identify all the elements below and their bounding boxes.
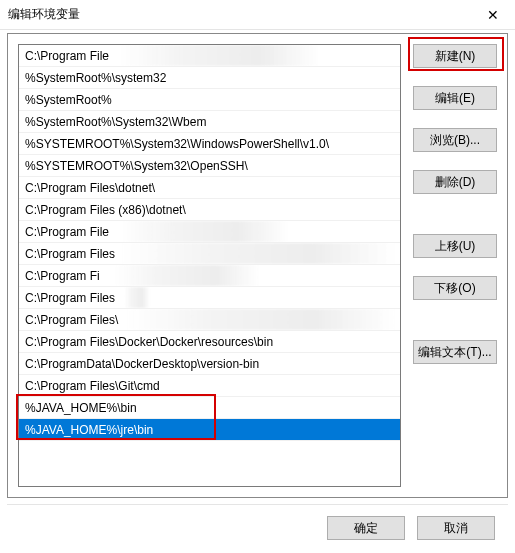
edit-button[interactable]: 编辑(E) bbox=[413, 86, 497, 110]
content-frame: C:\Program File%SystemRoot%\system32%Sys… bbox=[7, 33, 508, 498]
path-list-item-text: C:\Program Files\ bbox=[25, 313, 118, 327]
path-list-item-text: C:\Program Files (x86)\dotnet\ bbox=[25, 203, 186, 217]
redaction-mask bbox=[124, 287, 150, 308]
path-list-item[interactable]: C:\Program Files (x86)\dotnet\ bbox=[19, 199, 400, 221]
window-title: 编辑环境变量 bbox=[8, 6, 80, 23]
path-list-item[interactable]: C:\Program Fi bbox=[19, 265, 400, 287]
title-bar: 编辑环境变量 ✕ bbox=[0, 0, 515, 30]
redaction-mask bbox=[127, 309, 395, 330]
path-list-item[interactable]: C:\Program Files bbox=[19, 287, 400, 309]
redaction-mask bbox=[114, 265, 260, 286]
path-list-item-text: C:\Program Files bbox=[25, 247, 115, 261]
path-list-item-text: C:\Program Files\Docker\Docker\resources… bbox=[25, 335, 273, 349]
footer-buttons: 确定 取消 bbox=[327, 516, 495, 540]
path-list-item-text: %SystemRoot%\System32\Wbem bbox=[25, 115, 206, 129]
path-list-item[interactable]: %SystemRoot% bbox=[19, 89, 400, 111]
path-list-item[interactable]: C:\Program Files\ bbox=[19, 309, 400, 331]
ok-button[interactable]: 确定 bbox=[327, 516, 405, 540]
footer-separator bbox=[7, 504, 508, 505]
path-list-item[interactable]: C:\Program Files\dotnet\ bbox=[19, 177, 400, 199]
path-list-item[interactable]: C:\Program Files\Docker\Docker\resources… bbox=[19, 331, 400, 353]
path-list-item[interactable]: %SystemRoot%\system32 bbox=[19, 67, 400, 89]
path-list-item-text: C:\Program Files\Git\cmd bbox=[25, 379, 160, 393]
path-list-item[interactable]: C:\ProgramData\DockerDesktop\version-bin bbox=[19, 353, 400, 375]
path-list-item-text: %JAVA_HOME%\bin bbox=[25, 401, 137, 415]
path-list-item-text: C:\Program Files\dotnet\ bbox=[25, 181, 155, 195]
path-list-item-text: %JAVA_HOME%\jre\bin bbox=[25, 423, 153, 437]
path-list-item-text: %SystemRoot%\system32 bbox=[25, 71, 166, 85]
path-list-item-text: C:\Program File bbox=[25, 225, 109, 239]
path-list-item[interactable]: C:\Program File bbox=[19, 45, 400, 67]
move-down-button[interactable]: 下移(O) bbox=[413, 276, 497, 300]
path-list-item[interactable]: C:\Program Files bbox=[19, 243, 400, 265]
redaction-mask bbox=[119, 45, 320, 66]
path-list-item[interactable]: %JAVA_HOME%\bin bbox=[19, 397, 400, 419]
path-list-item[interactable]: %SYSTEMROOT%\System32\OpenSSH\ bbox=[19, 155, 400, 177]
path-list-item-text: C:\ProgramData\DockerDesktop\version-bin bbox=[25, 357, 259, 371]
move-up-button[interactable]: 上移(U) bbox=[413, 234, 497, 258]
browse-button[interactable]: 浏览(B)... bbox=[413, 128, 497, 152]
path-list-item-text: C:\Program File bbox=[25, 49, 109, 63]
path-list-item[interactable]: C:\Program File bbox=[19, 221, 400, 243]
path-list-item[interactable]: C:\Program Files\Git\cmd bbox=[19, 375, 400, 397]
path-list-item-text: C:\Program Files bbox=[25, 291, 115, 305]
cancel-button[interactable]: 取消 bbox=[417, 516, 495, 540]
close-button[interactable]: ✕ bbox=[470, 0, 515, 30]
side-button-column: 新建(N) 编辑(E) 浏览(B)... 删除(D) 上移(U) 下移(O) 编… bbox=[413, 44, 497, 487]
path-list-item-text: %SYSTEMROOT%\System32\WindowsPowerShell\… bbox=[25, 137, 329, 151]
path-list-item[interactable]: %SYSTEMROOT%\System32\WindowsPowerShell\… bbox=[19, 133, 400, 155]
path-list-item-text: %SystemRoot% bbox=[25, 93, 112, 107]
path-list-item-text: %SYSTEMROOT%\System32\OpenSSH\ bbox=[25, 159, 248, 173]
path-listbox[interactable]: C:\Program File%SystemRoot%\system32%Sys… bbox=[18, 44, 401, 487]
delete-button[interactable]: 删除(D) bbox=[413, 170, 497, 194]
close-icon: ✕ bbox=[487, 7, 499, 23]
path-list-item-text: C:\Program Fi bbox=[25, 269, 100, 283]
redaction-mask bbox=[122, 243, 395, 264]
edit-text-button[interactable]: 编辑文本(T)... bbox=[413, 340, 497, 364]
new-button[interactable]: 新建(N) bbox=[413, 44, 497, 68]
path-list-item[interactable]: %JAVA_HOME%\jre\bin bbox=[19, 419, 400, 441]
redaction-mask bbox=[119, 221, 290, 242]
path-list-item[interactable]: %SystemRoot%\System32\Wbem bbox=[19, 111, 400, 133]
